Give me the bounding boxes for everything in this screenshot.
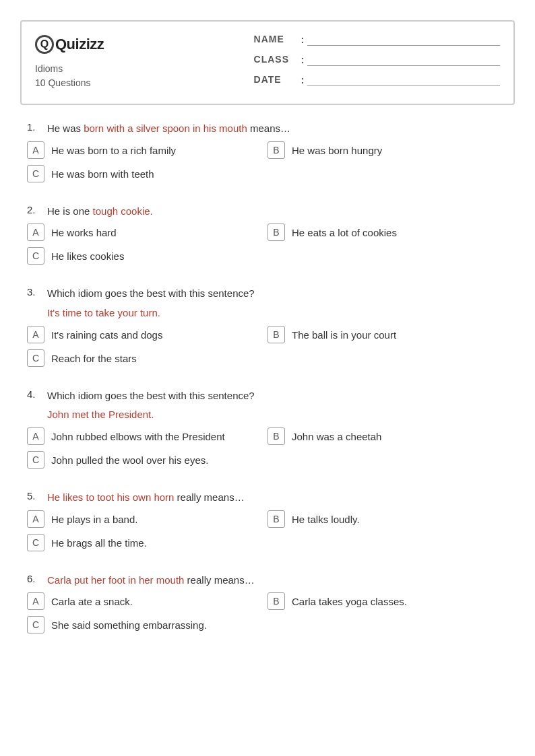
question-4-option-a: A John rubbed elbows with the President — [27, 427, 268, 445]
question-4-option-b: B John was a cheetah — [268, 427, 508, 445]
logo-icon: Q — [35, 35, 54, 54]
option-c-text: He brags all the time. — [51, 533, 147, 551]
option-b-text: The ball is in your court — [292, 325, 396, 343]
option-c-text: He likes cookies — [51, 246, 124, 265]
question-2-stem: 2. He is one tough cookie. — [27, 204, 508, 219]
question-1-options-row1: A He was born to a rich family B He was … — [27, 141, 508, 162]
logo: Q Quizizz — [35, 35, 241, 54]
question-4: 4. Which idiom goes the best with this s… — [27, 388, 508, 475]
question-2-option-c: C He likes cookies — [27, 246, 508, 265]
question-6: 6. Carla put her foot in her mouth reall… — [27, 573, 508, 640]
question-5-option-c: C He brags all the time. — [27, 533, 508, 551]
option-c-label: C — [27, 247, 44, 265]
option-b-label: B — [268, 326, 285, 343]
page: Q Quizizz Idioms 10 Questions NAME : CLA… — [0, 0, 535, 756]
option-c-label: C — [27, 616, 44, 633]
header-left: Q Quizizz Idioms 10 Questions — [35, 32, 241, 93]
class-field-row: CLASS : — [254, 53, 500, 66]
option-c-label: C — [27, 534, 44, 551]
question-2-option-a: A He works hard — [27, 223, 268, 241]
option-b-label: B — [268, 592, 285, 610]
question-3-option-b: B The ball is in your court — [268, 325, 508, 343]
option-b-text: Carla takes yoga classes. — [292, 592, 407, 610]
question-2-number: 2. — [27, 204, 47, 215]
question-3-option-a: A It's raining cats and dogs — [27, 325, 268, 343]
question-3: 3. Which idiom goes the best with this s… — [27, 286, 508, 372]
question-1-options: A He was born to a rich family B He was … — [27, 141, 508, 188]
option-b-text: John was a cheetah — [292, 427, 381, 445]
date-field-row: DATE : — [254, 73, 500, 86]
question-1-option-a: A He was born to a rich family — [27, 141, 268, 159]
question-2: 2. He is one tough cookie. A He works ha… — [27, 204, 508, 271]
question-3-number: 3. — [27, 286, 47, 298]
question-6-options-row1: A Carla ate a snack. B Carla takes yoga … — [27, 592, 508, 613]
option-a-text: He works hard — [51, 223, 117, 241]
question-5-text: He likes to toot his own horn really mea… — [47, 490, 245, 506]
option-a-label: A — [27, 510, 44, 528]
class-label: CLASS — [254, 54, 301, 65]
question-2-options-row2: C He likes cookies — [27, 246, 508, 267]
option-a-text: He was born to a rich family — [51, 141, 176, 159]
question-4-stem: 4. Which idiom goes the best with this s… — [27, 388, 508, 404]
header-fields: NAME : CLASS : DATE : — [241, 32, 500, 93]
question-1: 1. He was born with a silver spoon in hi… — [27, 121, 508, 188]
question-5-option-b: B He talks loudly. — [268, 510, 508, 528]
question-1-option-c: C He was born with teeth — [27, 164, 508, 182]
question-3-subtext: It's time to take your turn. — [47, 306, 508, 320]
option-b-label: B — [268, 224, 285, 241]
question-1-options-row2: C He was born with teeth — [27, 164, 508, 185]
question-3-options: A It's raining cats and dogs B The ball … — [27, 325, 508, 372]
question-2-options-row1: A He works hard B He eats a lot of cooki… — [27, 223, 508, 244]
question-1-number: 1. — [27, 121, 47, 133]
logo-name: Quizizz — [55, 36, 104, 53]
question-5-number: 5. — [27, 490, 47, 502]
question-6-stem: 6. Carla put her foot in her mouth reall… — [27, 573, 508, 588]
option-c-label: C — [27, 451, 44, 469]
question-4-options-row1: A John rubbed elbows with the President … — [27, 427, 508, 448]
question-6-options-row2: C She said something embarrassing. — [27, 615, 508, 636]
option-b-text: He talks loudly. — [292, 510, 360, 528]
question-5-options-row1: A He plays in a band. B He talks loudly. — [27, 510, 508, 530]
question-4-text: Which idiom goes the best with this sent… — [47, 388, 255, 404]
question-4-options: A John rubbed elbows with the President … — [27, 427, 508, 474]
worksheet-title: Idioms 10 Questions — [35, 62, 241, 90]
question-3-option-c: C Reach for the stars — [27, 349, 508, 367]
name-input[interactable] — [307, 32, 500, 46]
question-6-option-a: A Carla ate a snack. — [27, 592, 268, 610]
option-a-text: It's raining cats and dogs — [51, 325, 162, 343]
option-b-text: He was born hungry — [292, 141, 382, 159]
option-b-label: B — [268, 510, 285, 528]
option-c-text: He was born with teeth — [51, 164, 154, 182]
question-4-option-c: C John pulled the wool over his eyes. — [27, 450, 508, 469]
class-input[interactable] — [307, 53, 500, 66]
option-c-text: She said something embarrassing. — [51, 615, 207, 633]
questions-section: 1. He was born with a silver spoon in hi… — [20, 121, 515, 639]
option-a-text: He plays in a band. — [51, 510, 137, 528]
option-c-label: C — [27, 349, 44, 367]
date-label: DATE — [254, 74, 301, 85]
question-6-number: 6. — [27, 573, 47, 584]
option-a-label: A — [27, 141, 44, 159]
question-1-text: He was born with a silver spoon in his m… — [47, 121, 290, 137]
question-5: 5. He likes to toot his own horn really … — [27, 490, 508, 557]
question-4-subtext: John met the President. — [47, 407, 508, 421]
question-5-stem: 5. He likes to toot his own horn really … — [27, 490, 508, 506]
question-5-options: A He plays in a band. B He talks loudly.… — [27, 510, 508, 557]
option-b-text: He eats a lot of cookies — [292, 223, 397, 241]
question-5-options-row2: C He brags all the time. — [27, 533, 508, 554]
question-6-options: A Carla ate a snack. B Carla takes yoga … — [27, 592, 508, 639]
option-b-label: B — [268, 427, 285, 445]
question-2-options: A He works hard B He eats a lot of cooki… — [27, 223, 508, 270]
name-label: NAME — [254, 34, 301, 44]
question-5-option-a: A He plays in a band. — [27, 510, 268, 528]
question-3-stem: 3. Which idiom goes the best with this s… — [27, 286, 508, 302]
question-6-option-b: B Carla takes yoga classes. — [268, 592, 508, 610]
question-3-options-row2: C Reach for the stars — [27, 349, 508, 370]
question-2-option-b: B He eats a lot of cookies — [268, 223, 508, 241]
question-3-options-row1: A It's raining cats and dogs B The ball … — [27, 325, 508, 346]
option-a-label: A — [27, 592, 44, 610]
question-6-text: Carla put her foot in her mouth really m… — [47, 573, 255, 588]
question-4-number: 4. — [27, 388, 47, 400]
option-a-label: A — [27, 224, 44, 241]
date-input[interactable] — [307, 73, 500, 86]
